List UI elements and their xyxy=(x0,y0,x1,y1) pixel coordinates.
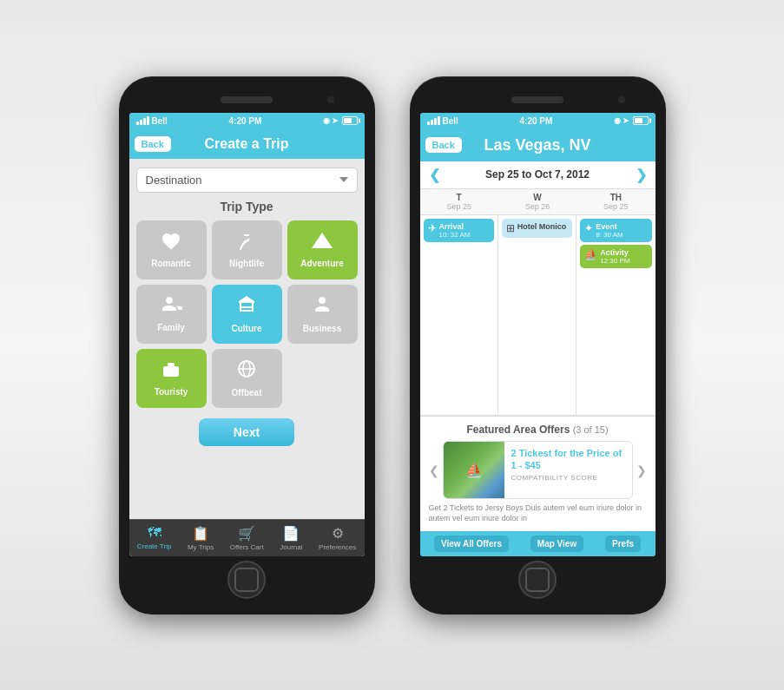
featured-image: ⛵ xyxy=(444,442,504,498)
tab-preferences[interactable]: ⚙ Preferences xyxy=(315,523,359,553)
trip-type-business[interactable]: Business xyxy=(287,285,358,344)
event-text: Event 8: 30 AM xyxy=(596,222,623,239)
phone-1: Bell 4:20 PM ◉ ➤ Back Create a Trip Dest… xyxy=(119,76,375,614)
adventure-icon xyxy=(311,231,333,255)
next-arrow-icon[interactable]: ❯ xyxy=(636,167,647,183)
map-view-button[interactable]: Map View xyxy=(530,536,583,552)
cal-cell-0: ✈ Arrival 10: 32 AM xyxy=(420,215,498,417)
trip-type-romantic[interactable]: Romantic xyxy=(136,220,207,279)
col-day-1: W xyxy=(504,193,571,202)
view-all-offers-button[interactable]: View All Offers xyxy=(434,536,509,552)
family-icon xyxy=(160,295,182,319)
journal-label: Journal xyxy=(280,543,302,551)
event-hotel[interactable]: ⊞ Hotel Monico xyxy=(502,219,572,238)
trip-type-touristy[interactable]: Touristy xyxy=(136,349,207,408)
screen-2: Bell 4:20 PM ◉ ➤ Back Las Vegas, NV ❮ Se… xyxy=(420,113,656,556)
home-button-2[interactable] xyxy=(518,561,557,599)
bar3 xyxy=(143,118,146,125)
business-icon xyxy=(313,294,332,320)
carrier-1: Bell xyxy=(152,116,168,126)
col-day-2: TH xyxy=(582,193,649,202)
my-trips-icon: 📋 xyxy=(192,525,209,542)
hotel-text: Hotel Monico xyxy=(517,222,567,231)
home-button-1[interactable] xyxy=(227,561,266,599)
featured-card[interactable]: ⛵ 2 Tickest for the Price of 1 - $45 COM… xyxy=(443,441,633,499)
status-icons-2: ◉ ➤ xyxy=(614,116,630,125)
status-right-1: ◉ ➤ xyxy=(323,116,358,125)
prefs-button[interactable]: Prefs xyxy=(605,536,641,552)
offers-cart-label: Offers Cart xyxy=(230,543,264,551)
featured-prev-icon[interactable]: ❮ xyxy=(429,463,439,477)
next-button[interactable]: Next xyxy=(199,418,294,446)
offbeat-label: Offbeat xyxy=(232,388,262,398)
screen-1: Bell 4:20 PM ◉ ➤ Back Create a Trip Dest… xyxy=(129,113,365,556)
culture-icon xyxy=(237,294,256,320)
status-left-1: Bell xyxy=(136,116,168,126)
featured-next-icon[interactable]: ❯ xyxy=(636,463,647,477)
svg-point-8 xyxy=(168,369,174,374)
tab-create-trip[interactable]: 🗺 Create Trip xyxy=(134,523,175,552)
trip-type-grid: Romantic Nightlife xyxy=(136,220,358,408)
back-button-2[interactable]: Back xyxy=(425,137,462,153)
bottom-actions: View All Offers Map View Prefs xyxy=(420,531,656,556)
activity-title: Activity xyxy=(600,248,629,257)
cal-cell-1: ⊞ Hotel Monico xyxy=(498,215,576,417)
status-bar-1: Bell 4:20 PM ◉ ➤ xyxy=(129,113,365,129)
speaker-1 xyxy=(221,96,273,103)
event-blue[interactable]: ✦ Event 8: 30 AM xyxy=(580,219,651,242)
trip-type-offbeat[interactable]: Offbeat xyxy=(212,349,282,408)
compatibility-label: COMPATIBILITY SCORE xyxy=(511,474,625,482)
calendar-header: T Sep 25 W Sep 26 TH Sep 25 xyxy=(420,189,656,215)
camera-1 xyxy=(327,96,334,103)
tab-my-trips[interactable]: 📋 My Trips xyxy=(184,523,217,553)
featured-desc: Get 2 Tickets to Jersy Boys Duis autem v… xyxy=(429,503,647,523)
svg-point-6 xyxy=(319,297,326,304)
bar3b xyxy=(434,118,437,125)
destination-dropdown[interactable]: Destination xyxy=(136,168,358,193)
activity-text: Activity 12:30 PM xyxy=(600,248,629,265)
trip-type-adventure[interactable]: Adventure xyxy=(287,220,358,279)
create-trip-label: Create Trip xyxy=(137,542,172,550)
journal-icon: 📄 xyxy=(282,525,300,542)
touristy-label: Touristy xyxy=(155,387,188,397)
trip-type-family[interactable]: Family xyxy=(136,285,207,344)
prev-arrow-icon[interactable]: ❮ xyxy=(429,167,440,183)
svg-rect-3 xyxy=(240,310,253,312)
signal-bars-1 xyxy=(136,116,149,125)
family-label: Family xyxy=(157,323,185,332)
phone-bottom-1 xyxy=(129,556,365,604)
event-activity[interactable]: ⛵ Activity 12:30 PM xyxy=(580,245,651,268)
svg-rect-5 xyxy=(252,303,254,312)
trip-type-culture[interactable]: Culture xyxy=(212,285,282,344)
tab-journal[interactable]: 📄 Journal xyxy=(276,523,306,553)
back-button-1[interactable]: Back xyxy=(135,136,171,152)
bar1b xyxy=(427,122,430,125)
event-arrival[interactable]: ✈ Arrival 10: 32 AM xyxy=(424,219,494,242)
create-trip-icon: 🗺 xyxy=(148,525,161,541)
arrival-time: 10: 32 AM xyxy=(439,231,471,239)
destination-label: Destination xyxy=(146,174,202,187)
col-date-0: Sep 25 xyxy=(425,202,493,211)
cal-header-2: TH Sep 25 xyxy=(576,189,655,214)
business-label: Business xyxy=(303,324,341,333)
status-bar-2: Bell 4:20 PM ◉ ➤ xyxy=(420,113,656,129)
hotel-icon: ⊞ xyxy=(506,222,515,234)
trip-type-nightlife[interactable]: Nightlife xyxy=(212,220,282,279)
offers-cart-icon: 🛒 xyxy=(238,525,255,542)
featured-info: 2 Tickest for the Price of 1 - $45 COMPA… xyxy=(504,442,632,498)
col-day-0: T xyxy=(425,193,493,202)
col-date-1: Sep 26 xyxy=(504,202,571,211)
bar2b xyxy=(431,120,433,125)
sail-icon: ⛵ xyxy=(465,462,483,478)
featured-title: Featured Area Offers (3 of 15) xyxy=(429,424,647,436)
home-button-inner-2 xyxy=(525,568,550,592)
preferences-icon: ⚙ xyxy=(332,525,344,542)
svg-rect-4 xyxy=(240,303,241,312)
my-trips-label: My Trips xyxy=(188,543,214,551)
calendar-body: ✈ Arrival 10: 32 AM ⊞ Hotel Monico xyxy=(420,215,656,417)
battery-1 xyxy=(342,116,358,125)
tab-offers-cart[interactable]: 🛒 Offers Cart xyxy=(227,523,267,553)
time-2: 4:20 PM xyxy=(520,116,553,126)
speaker-2 xyxy=(511,96,563,103)
cal-cell-2: ✦ Event 8: 30 AM ⛵ Activity 12:30 PM xyxy=(576,215,655,417)
